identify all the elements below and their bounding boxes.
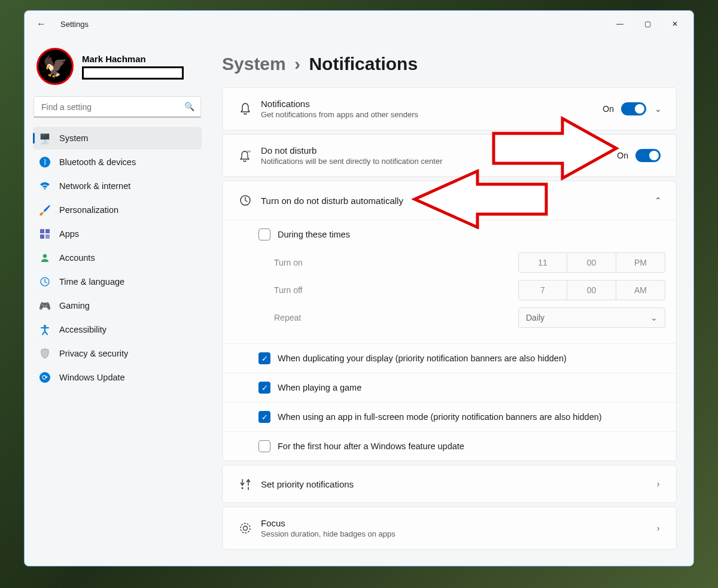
content-area: System › Notifications Notifications Get…: [210, 37, 693, 566]
svg-point-10: [248, 489, 249, 490]
minimize-button[interactable]: —: [606, 14, 634, 33]
search-icon: 🔍: [184, 102, 194, 111]
notifications-card[interactable]: Notifications Get notifications from app…: [222, 87, 677, 130]
notifications-toggle[interactable]: [621, 102, 646, 115]
turn-on-ampm[interactable]: PM: [616, 252, 665, 273]
sidebar-item-accessibility[interactable]: Accessibility: [33, 318, 202, 341]
profile-name: Mark Hachman: [82, 54, 184, 64]
bluetooth-icon: ᛒ: [39, 157, 51, 167]
avatar: 🦅: [36, 48, 74, 85]
opt-after-update[interactable]: For the first hour after a Windows featu…: [223, 431, 676, 461]
sidebar-item-label: Accessibility: [59, 325, 107, 334]
sidebar-item-bluetooth[interactable]: ᛒ Bluetooth & devices: [33, 151, 202, 173]
opt-playing-game[interactable]: ✓ When playing a game: [223, 373, 676, 402]
svg-rect-1: [45, 229, 50, 233]
dnd-card[interactable]: zz Do not disturb Notifications will be …: [222, 134, 677, 177]
apps-icon: [39, 229, 51, 239]
person-icon: [39, 253, 51, 263]
focus-card[interactable]: Focus Session duration, hide badges on a…: [222, 507, 677, 550]
turn-off-ampm[interactable]: AM: [616, 280, 665, 300]
opt-during-times[interactable]: During these times: [223, 220, 676, 249]
opt-label: For the first hour after a Windows featu…: [278, 441, 464, 451]
opt-fullscreen[interactable]: ✓ When using an app in full-screen mode …: [223, 402, 676, 431]
sidebar-item-label: System: [59, 133, 88, 143]
breadcrumb-sep: ›: [294, 54, 300, 74]
search-input[interactable]: [34, 97, 200, 117]
priority-title: Set priority notifications: [261, 479, 651, 489]
dnd-state: On: [617, 151, 628, 160]
focus-title: Focus: [261, 518, 651, 528]
sidebar-item-personalization[interactable]: 🖌️ Personalization: [33, 199, 202, 221]
profile-email-redacted: [82, 66, 184, 80]
clock-icon: [233, 194, 257, 207]
checkbox[interactable]: ✓: [258, 382, 270, 394]
checkbox[interactable]: [258, 440, 270, 452]
breadcrumb-parent[interactable]: System: [222, 54, 286, 74]
opt-label: During these times: [278, 230, 350, 239]
auto-dnd-title: Turn on do not disturb automatically: [261, 196, 651, 206]
sidebar-item-accounts[interactable]: Accounts: [33, 246, 202, 269]
svg-point-9: [242, 488, 244, 489]
focus-icon: [233, 522, 257, 535]
settings-window: ← Settings — ▢ ✕ 🦅 Mark Hachman 🔍 🖥️: [24, 10, 694, 566]
checkbox-during-times[interactable]: [258, 229, 270, 240]
maximize-button[interactable]: ▢: [634, 14, 661, 33]
dnd-title: Do not disturb: [261, 145, 617, 156]
sidebar-item-network[interactable]: Network & internet: [33, 175, 202, 197]
turn-off-hour[interactable]: 7: [518, 280, 567, 300]
sidebar-item-label: Personalization: [59, 205, 118, 215]
moon-bell-icon: zz: [233, 149, 257, 162]
sidebar-item-label: Apps: [59, 229, 79, 239]
svg-text:zz: zz: [247, 150, 251, 153]
update-icon: ⟳: [39, 372, 51, 383]
sidebar-item-privacy[interactable]: Privacy & security: [33, 342, 202, 365]
svg-point-4: [43, 254, 47, 258]
sidebar-item-system[interactable]: 🖥️ System: [33, 127, 202, 150]
sidebar-item-label: Accounts: [59, 253, 95, 263]
turn-off-min[interactable]: 00: [567, 280, 616, 300]
auto-dnd-card: Turn on do not disturb automatically ⌃ D…: [222, 181, 677, 461]
auto-dnd-header[interactable]: Turn on do not disturb automatically ⌃: [223, 181, 676, 220]
repeat-label: Repeat: [274, 313, 518, 322]
wifi-icon: [39, 182, 51, 190]
repeat-select[interactable]: Daily ⌄: [518, 307, 665, 328]
priority-card[interactable]: Set priority notifications ›: [222, 465, 677, 503]
sidebar-item-gaming[interactable]: 🎮 Gaming: [33, 294, 202, 317]
checkbox[interactable]: ✓: [258, 352, 270, 364]
opt-duplicating-display[interactable]: ✓ When duplicating your display (priorit…: [223, 343, 676, 373]
turn-on-min[interactable]: 00: [567, 252, 616, 273]
gamepad-icon: 🎮: [39, 300, 51, 312]
search-box[interactable]: 🔍: [34, 97, 200, 117]
turn-on-hour[interactable]: 11: [518, 252, 567, 273]
sidebar: 🦅 Mark Hachman 🔍 🖥️ System ᛒ Bluetooth &…: [25, 37, 210, 566]
sidebar-item-label: Time & language: [59, 277, 124, 287]
opt-label: When using an app in full-screen mode (p…: [278, 412, 602, 422]
svg-point-6: [44, 325, 46, 327]
svg-rect-3: [45, 234, 50, 239]
turn-off-label: Turn off: [274, 285, 518, 295]
accessibility-icon: [39, 324, 51, 335]
chevron-up-icon[interactable]: ⌃: [651, 196, 665, 205]
svg-rect-0: [40, 229, 44, 233]
opt-label: When duplicating your display (priority …: [278, 354, 567, 363]
checkbox[interactable]: ✓: [258, 411, 270, 423]
repeat-value: Daily: [526, 313, 544, 322]
profile-block[interactable]: 🦅 Mark Hachman: [33, 48, 202, 85]
sidebar-item-apps[interactable]: Apps: [33, 223, 202, 245]
monitor-icon: 🖥️: [39, 133, 51, 144]
sidebar-item-label: Bluetooth & devices: [59, 157, 136, 167]
repeat-row: Repeat Daily ⌄: [274, 307, 665, 328]
chevron-down-icon: ⌄: [650, 313, 658, 322]
chevron-down-icon[interactable]: ⌄: [651, 104, 665, 114]
breadcrumb-current: Notifications: [309, 54, 418, 74]
close-button[interactable]: ✕: [661, 14, 689, 33]
turn-on-row: Turn on 11 00 PM: [274, 252, 665, 273]
nav-list: 🖥️ System ᛒ Bluetooth & devices Network …: [33, 127, 202, 389]
notifications-sub: Get notifications from apps and other se…: [261, 110, 603, 119]
notifications-state: On: [603, 104, 614, 114]
svg-point-11: [241, 523, 250, 533]
dnd-toggle[interactable]: [635, 149, 661, 162]
sidebar-item-windows-update[interactable]: ⟳ Windows Update: [33, 366, 202, 389]
sidebar-item-time-language[interactable]: Time & language: [33, 270, 202, 293]
back-button[interactable]: ←: [36, 19, 46, 29]
